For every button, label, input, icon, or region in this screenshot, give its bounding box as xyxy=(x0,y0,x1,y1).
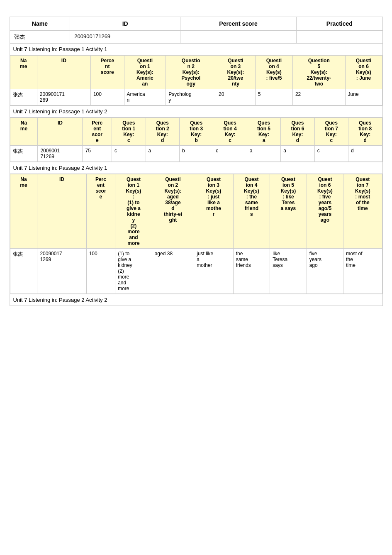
s1-q1: American xyxy=(124,89,166,105)
section-3-title: Unit 7 Listening in: Passage 2 Activity … xyxy=(10,162,382,174)
section-2-content: Name ID Percentscore Question 1Key:c Que… xyxy=(10,117,382,162)
s2-q1: c xyxy=(112,146,146,162)
s2-q6: a xyxy=(281,146,314,162)
section-title-row-1: Unit 7 Listening in: Passage 1 Activity … xyxy=(10,44,382,55)
s1-col-name: Name xyxy=(10,56,37,89)
s3-score: 100 xyxy=(86,249,115,294)
s1-name: 张杰 xyxy=(10,89,37,105)
section-1-header: Name ID Percentscore Question 1Key(s):Am… xyxy=(10,56,382,89)
s1-q3: 20 xyxy=(216,89,256,105)
header-name: Name xyxy=(10,17,70,31)
s1-id: 200900171269 xyxy=(37,89,90,105)
s2-q3: b xyxy=(179,146,213,162)
s3-col-score: Percentscore xyxy=(86,174,115,249)
s2-col-q2: Question 2Key:d xyxy=(146,118,179,146)
s2-col-q5: Question 5Key:a xyxy=(247,118,280,146)
s2-col-q8: Question 8Key:d xyxy=(348,118,382,146)
header-row: Name ID Percent score Practiced xyxy=(10,17,382,31)
s2-id: 200900171269 xyxy=(38,146,83,162)
s3-data-row: 张杰 200900171269 100 (1) togive akidney(2… xyxy=(10,249,382,294)
header-practiced: Practiced xyxy=(297,17,382,31)
s3-q6: fiveyearsago xyxy=(307,249,343,294)
s1-col-q2: Question 2Key(s):Psychology xyxy=(166,56,216,89)
section-title-row-4: Unit 7 Listening in: Passage 2 Activity … xyxy=(10,294,382,306)
s3-q2: aged 38 xyxy=(152,249,194,294)
s1-col-id: ID xyxy=(37,56,90,89)
s3-q4: thesamefriends xyxy=(233,249,270,294)
s2-data-row: 张杰 200900171269 75 c a b c a a c d xyxy=(10,146,382,162)
s3-name: 张杰 xyxy=(10,249,37,294)
section-2-header: Name ID Percentscore Question 1Key:c Que… xyxy=(10,118,382,146)
s2-col-name: Name xyxy=(10,118,38,146)
section-title-row-2: Unit 7 Listening in: Passage 1 Activity … xyxy=(10,106,382,117)
student-name: 张杰 xyxy=(10,31,70,44)
s1-q2: Psychology xyxy=(166,89,216,105)
s1-q4: 5 xyxy=(255,89,292,105)
s2-col-id: ID xyxy=(38,118,83,146)
s3-q1: (1) togive akidney(2)moreandmore xyxy=(115,249,152,294)
s1-col-q3: Question 3Key(s):20/twenty xyxy=(216,56,256,89)
student-practiced xyxy=(297,31,382,44)
main-container: Name ID Percent score Practiced 张杰 20090… xyxy=(10,17,383,306)
s2-col-q6: Question 6Key:d xyxy=(281,118,314,146)
s2-col-q1: Question 1Key:c xyxy=(112,118,146,146)
s2-score: 75 xyxy=(83,146,112,162)
section-4-title: Unit 7 Listening in: Passage 2 Activity … xyxy=(10,294,382,306)
top-table: Name ID Percent score Practiced 张杰 20090… xyxy=(10,17,383,306)
s2-col-q3: Question 3Key:b xyxy=(179,118,213,146)
s2-q5: a xyxy=(247,146,280,162)
s3-col-q6: Question 6Key(s): fiveyearsago/5yearsago xyxy=(307,174,343,249)
s3-col-q7: Question 7Key(s): mostof thetime xyxy=(343,174,382,249)
section-title-row-3: Unit 7 Listening in: Passage 2 Activity … xyxy=(10,162,382,174)
section-1-content: Name ID Percentscore Question 1Key(s):Am… xyxy=(10,55,382,106)
section-1-table: Name ID Percentscore Question 1Key(s):Am… xyxy=(10,55,382,105)
s1-score: 100 xyxy=(90,89,124,105)
s1-col-q4: Question 4Key(s): five/5 xyxy=(255,56,292,89)
student-percent xyxy=(180,31,297,44)
s2-q2: a xyxy=(146,146,179,162)
s3-col-q3: Question 3Key(s): justlike amother xyxy=(194,174,233,249)
s3-col-id: ID xyxy=(37,174,86,249)
s1-q6: June xyxy=(345,89,382,105)
s1-col-q1: Question 1Key(s):American xyxy=(124,56,166,89)
s2-q8: d xyxy=(348,146,382,162)
section-3-header: Name ID Percentscore Question 1Key(s):(1… xyxy=(10,174,382,249)
student-id: 200900171269 xyxy=(70,31,180,44)
section-3-table: Name ID Percentscore Question 1Key(s):(1… xyxy=(10,174,382,294)
section-3-content: Name ID Percentscore Question 1Key(s):(1… xyxy=(10,174,382,294)
s3-q7: most ofthetime xyxy=(343,249,382,294)
s3-q3: just likeamother xyxy=(194,249,233,294)
s3-col-q5: Question 5Key(s): likeTeresa says xyxy=(270,174,307,249)
s3-q5: likeTeresasays xyxy=(270,249,307,294)
section-2-table: Name ID Percentscore Question 1Key:c Que… xyxy=(10,117,382,162)
section-1-title: Unit 7 Listening in: Passage 1 Activity … xyxy=(10,44,382,55)
s1-q5: 22 xyxy=(292,89,345,105)
s2-q7: c xyxy=(314,146,348,162)
section-2-title: Unit 7 Listening in: Passage 1 Activity … xyxy=(10,106,382,117)
s2-col-q4: Question 4Key:c xyxy=(213,118,247,146)
s1-col-q6: Question 6Key(s): June xyxy=(345,56,382,89)
s2-name: 张杰 xyxy=(10,146,38,162)
s3-id: 200900171269 xyxy=(37,249,86,294)
s1-col-q5: Question5Key(s):22/twenty-two xyxy=(292,56,345,89)
header-percent: Percent score xyxy=(180,17,297,31)
header-id: ID xyxy=(70,17,180,31)
s3-col-q1: Question 1Key(s):(1) togive akidney(2)mo… xyxy=(115,174,152,249)
s2-col-score: Percentscore xyxy=(83,118,112,146)
s1-col-score: Percentscore xyxy=(90,56,124,89)
s1-data-row: 张杰 200900171269 100 American Psychology … xyxy=(10,89,382,105)
s2-col-q7: Question 7Key:c xyxy=(314,118,348,146)
s3-col-q2: Question 2Key(s):aged38/agedthirty-eight xyxy=(152,174,194,249)
student-row: 张杰 200900171269 xyxy=(10,31,382,44)
s2-q4: c xyxy=(213,146,247,162)
s3-col-name: Name xyxy=(10,174,37,249)
s3-col-q4: Question 4Key(s): thesamefriends xyxy=(233,174,270,249)
